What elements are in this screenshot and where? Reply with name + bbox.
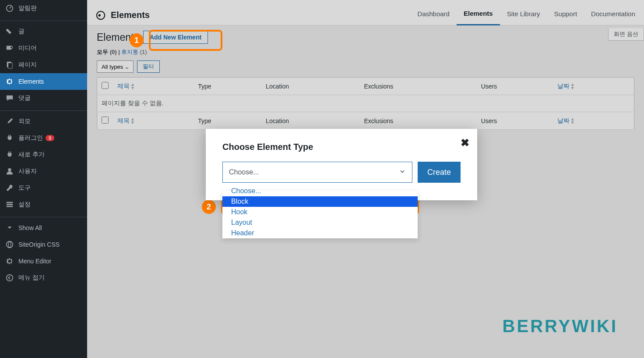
select-all-checkbox-footer[interactable] bbox=[102, 117, 109, 124]
close-icon[interactable]: ✖ bbox=[461, 137, 469, 149]
dropdown-option-hook[interactable]: Hook bbox=[222, 207, 418, 217]
sidebar-item-appearance[interactable]: 외모 bbox=[0, 113, 87, 130]
svg-point-13 bbox=[99, 14, 101, 17]
plugin-icon bbox=[5, 150, 14, 159]
no-items-text: 페이지를 찾을 수 없음. bbox=[97, 95, 634, 112]
sidebar-item-add-new[interactable]: 새로 추가 bbox=[0, 146, 87, 163]
dropdown-option-block[interactable]: Block bbox=[222, 196, 418, 207]
brand-icon bbox=[96, 11, 106, 20]
sidebar-label: 알림판 bbox=[18, 4, 37, 12]
sidebar-item-menueditor[interactable]: Menu Editor bbox=[0, 253, 87, 269]
select-placeholder: Choose... bbox=[229, 168, 259, 176]
col-date-footer[interactable]: 날짜▲▼ bbox=[553, 112, 634, 130]
tab-documentation[interactable]: Documentation bbox=[584, 6, 635, 25]
brand-title: Elements bbox=[111, 10, 150, 20]
col-exclusions-footer: Exclusions bbox=[359, 112, 476, 130]
sidebar-label: 글 bbox=[18, 28, 25, 35]
collapse-icon bbox=[5, 273, 14, 282]
select-all-footer bbox=[97, 112, 113, 130]
no-items-row: 페이지를 찾을 수 없음. bbox=[97, 95, 634, 112]
header-tabs: Elements Dashboard Elements Site Library… bbox=[87, 0, 644, 25]
sidebar-label: SiteOrigin CSS bbox=[18, 241, 60, 248]
page-icon bbox=[5, 60, 14, 69]
sidebar-label: 플러그인 bbox=[18, 134, 43, 142]
sort-icon: ▲▼ bbox=[570, 83, 575, 90]
globe-icon bbox=[5, 240, 14, 249]
chevron-down-icon bbox=[399, 168, 406, 177]
svg-rect-7 bbox=[7, 204, 13, 205]
svg-point-11 bbox=[7, 275, 13, 281]
dropdown-option-choose[interactable]: Choose... bbox=[222, 186, 418, 196]
dropdown-option-header[interactable]: Header bbox=[222, 228, 418, 238]
type-filter-dropdown[interactable]: All types ⌵ bbox=[97, 60, 134, 73]
sort-icon: ▲▼ bbox=[130, 83, 135, 90]
sidebar-item-collapse[interactable]: 메뉴 접기 bbox=[0, 269, 87, 286]
menu-separator bbox=[0, 109, 87, 111]
select-all-header bbox=[97, 78, 113, 95]
sidebar-item-elements[interactable]: Elements bbox=[0, 73, 87, 90]
elements-table: 제목▲▼ Type Location Exclusions Users 날짜▲▼… bbox=[97, 77, 634, 130]
gear-icon bbox=[5, 77, 14, 86]
sidebar-item-comments[interactable]: 댓글 bbox=[0, 90, 87, 106]
col-location: Location bbox=[261, 78, 359, 95]
tab-support[interactable]: Support bbox=[547, 6, 584, 25]
svg-point-10 bbox=[8, 241, 11, 248]
tab-site-library[interactable]: Site Library bbox=[500, 6, 547, 25]
dropdown-option-layout[interactable]: Layout bbox=[222, 217, 418, 228]
col-title-footer[interactable]: 제목▲▼ bbox=[113, 112, 194, 130]
svg-point-5 bbox=[8, 168, 11, 171]
sidebar-label: 도구 bbox=[18, 184, 31, 192]
filter-button[interactable]: 필터 bbox=[137, 60, 160, 73]
create-button[interactable]: Create bbox=[418, 162, 461, 183]
filter-trash-link[interactable]: 휴지통 (1) bbox=[121, 49, 147, 55]
sidebar-label: 미디어 bbox=[18, 44, 37, 52]
chevron-down-icon: ⌵ bbox=[125, 64, 129, 70]
dashboard-icon bbox=[5, 4, 14, 13]
col-title[interactable]: 제목▲▼ bbox=[113, 78, 194, 95]
annotation-number-1: 1 bbox=[130, 33, 144, 47]
svg-point-2 bbox=[10, 46, 12, 49]
brush-icon bbox=[5, 117, 14, 126]
svg-rect-4 bbox=[8, 63, 12, 69]
sort-icon: ▲▼ bbox=[130, 117, 135, 124]
sidebar-item-posts[interactable]: 글 bbox=[0, 23, 87, 40]
sidebar-item-dashboard[interactable]: 알림판 bbox=[0, 0, 87, 17]
screen-options-button[interactable]: 화면 옵션 bbox=[608, 28, 644, 41]
sidebar-item-tools[interactable]: 도구 bbox=[0, 180, 87, 196]
filter-all-link[interactable]: 모두 (0) bbox=[97, 49, 117, 55]
col-location-footer: Location bbox=[261, 112, 359, 130]
menu-separator bbox=[0, 215, 87, 217]
sidebar-item-media[interactable]: 미디어 bbox=[0, 40, 87, 57]
sidebar-item-showall[interactable]: Show All bbox=[0, 220, 87, 236]
modal-title: Choose Element Type bbox=[222, 142, 461, 152]
sidebar-label: 페이지 bbox=[18, 61, 37, 69]
user-icon bbox=[5, 167, 14, 176]
comment-icon bbox=[5, 94, 14, 103]
select-all-checkbox[interactable] bbox=[102, 82, 109, 89]
element-type-select[interactable]: Choose... bbox=[222, 162, 412, 183]
sidebar-label: Menu Editor bbox=[18, 258, 51, 265]
admin-sidebar: 알림판 글 미디어 페이지 Elements 댓글 외모 플러그인 9 새로 추… bbox=[0, 0, 87, 358]
sidebar-item-users[interactable]: 사용자 bbox=[0, 163, 87, 180]
filters-row: All types ⌵ 필터 bbox=[97, 60, 634, 73]
sidebar-item-settings[interactable]: 설정 bbox=[0, 196, 87, 213]
media-icon bbox=[5, 44, 14, 53]
annotation-box-1 bbox=[149, 30, 222, 51]
chevron-down-icon bbox=[5, 223, 14, 232]
col-type-footer: Type bbox=[194, 112, 261, 130]
col-users: Users bbox=[477, 78, 553, 95]
svg-rect-8 bbox=[7, 206, 13, 207]
element-type-dropdown-list: Choose... Block Hook Layout Header bbox=[222, 191, 418, 238]
sidebar-label: 외모 bbox=[18, 117, 31, 125]
sidebar-item-siteorigin[interactable]: SiteOrigin CSS bbox=[0, 236, 87, 253]
sidebar-label: Show All bbox=[18, 224, 42, 231]
svg-point-9 bbox=[7, 241, 13, 248]
tab-elements[interactable]: Elements bbox=[457, 5, 500, 25]
gear-icon bbox=[5, 257, 14, 266]
col-date[interactable]: 날짜▲▼ bbox=[553, 78, 634, 95]
annotation-number-2: 2 bbox=[202, 200, 216, 214]
tab-dashboard[interactable]: Dashboard bbox=[411, 6, 457, 25]
sidebar-item-plugins[interactable]: 플러그인 9 bbox=[0, 130, 87, 146]
sidebar-label: Elements bbox=[18, 78, 44, 85]
sidebar-item-pages[interactable]: 페이지 bbox=[0, 57, 87, 73]
